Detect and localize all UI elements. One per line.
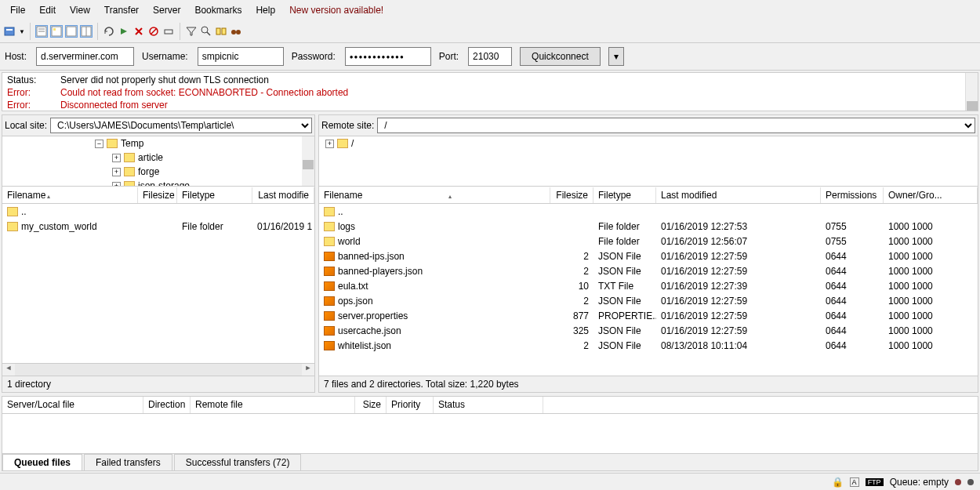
toggle-split-icon[interactable] (80, 25, 93, 38)
key-icon[interactable]: A (850, 477, 859, 487)
tree-expand-icon[interactable]: + (112, 168, 121, 176)
local-file-list[interactable]: .. my_custom_world File folder 01/16/201… (2, 204, 314, 363)
col-status[interactable]: Status (434, 397, 543, 413)
lock-icon[interactable]: 🔒 (832, 477, 844, 488)
menu-bookmarks[interactable]: Bookmarks (188, 2, 248, 18)
tree-node[interactable]: article (138, 152, 163, 163)
menu-server[interactable]: Server (147, 2, 187, 18)
remote-tree[interactable]: +/ (319, 136, 978, 187)
quickconnect-history-dropdown[interactable]: ▾ (608, 47, 624, 66)
file-icon (324, 281, 335, 291)
col-remote-file[interactable]: Remote file (191, 397, 355, 413)
host-input[interactable] (36, 47, 134, 66)
tree-node[interactable]: / (351, 138, 354, 149)
log-label: Status: (4, 74, 56, 85)
menu-view[interactable]: View (64, 2, 96, 18)
col-permissions[interactable]: Permissions (821, 187, 884, 203)
list-item[interactable]: ops.json2JSON File01/16/2019 12:27:59064… (319, 293, 978, 308)
svg-rect-0 (5, 27, 14, 35)
cancel-icon[interactable] (132, 25, 145, 38)
col-filename[interactable]: Filename▴ (2, 187, 138, 203)
local-path-bar: Local site: C:\Users\JAMES\Documents\Tem… (2, 115, 314, 136)
remote-pane: Remote site: / +/ Filename▴ Filesize Fil… (318, 114, 978, 393)
compare-icon[interactable] (215, 25, 227, 38)
list-item[interactable]: server.properties877PROPERTIE...01/16/20… (319, 308, 978, 323)
tree-scrollbar[interactable] (302, 136, 314, 186)
disconnect-icon[interactable] (147, 25, 160, 38)
toggle-log-icon[interactable] (35, 25, 48, 38)
col-filesize[interactable]: Filesize (138, 187, 177, 203)
list-item[interactable]: .. (2, 204, 314, 219)
remote-file-list[interactable]: ..logsFile folder01/16/2019 12:27:530755… (319, 204, 978, 376)
list-item[interactable]: my_custom_world File folder 01/16/2019 1 (2, 219, 314, 234)
list-item[interactable]: eula.txt10TXT File01/16/2019 12:27:39064… (319, 278, 978, 293)
tree-collapse-icon[interactable]: − (95, 140, 103, 148)
remote-path-bar: Remote site: / (319, 115, 978, 136)
indicator-icon (955, 479, 961, 485)
file-icon (324, 296, 335, 306)
tab-failed-transfers[interactable]: Failed transfers (84, 454, 172, 470)
tab-successful-transfers[interactable]: Successful transfers (72) (174, 454, 302, 470)
svg-rect-7 (67, 27, 76, 36)
col-lastmodified[interactable]: Last modified (656, 187, 821, 203)
col-direction[interactable]: Direction (143, 397, 191, 413)
list-item[interactable]: worldFile folder01/16/2019 12:56:0707551… (319, 234, 978, 249)
message-log[interactable]: Status:Server did not properly shut down… (2, 72, 978, 111)
ftp-icon[interactable]: FTP (866, 478, 884, 486)
list-item[interactable]: whitelist.json2JSON File08/13/2018 10:11… (319, 338, 978, 353)
col-filetype[interactable]: Filetype (593, 187, 656, 203)
binoculars-icon[interactable] (230, 25, 242, 38)
filter-icon[interactable] (185, 25, 198, 38)
log-text: Could not read from socket: ECONNABORTED… (57, 87, 976, 98)
local-tree[interactable]: −Temp +article +forge +json-storage (2, 136, 314, 187)
menu-edit[interactable]: Edit (33, 2, 62, 18)
col-size[interactable]: Size (355, 397, 387, 413)
log-scrollbar[interactable] (965, 73, 978, 111)
log-text: Server did not properly shut down TLS co… (57, 74, 976, 85)
list-item[interactable]: banned-players.json2JSON File01/16/2019 … (319, 263, 978, 278)
remote-path-input[interactable]: / (377, 118, 975, 133)
quickconnect-button[interactable]: Quickconnect (520, 47, 601, 66)
tree-node[interactable]: json-storage (138, 180, 190, 187)
local-list-header: Filename▴ Filesize Filetype Last modifie (2, 187, 314, 204)
refresh-icon[interactable] (103, 25, 115, 38)
site-manager-icon[interactable] (4, 25, 16, 38)
file-icon (324, 341, 335, 350)
reconnect-icon[interactable] (162, 25, 175, 38)
list-item[interactable]: logsFile folder01/16/2019 12:27:53075510… (319, 219, 978, 234)
menu-file[interactable]: File (4, 2, 31, 18)
tree-node[interactable]: Temp (121, 138, 143, 149)
toggle-tree-icon[interactable] (50, 25, 63, 38)
menu-transfer[interactable]: Transfer (98, 2, 145, 18)
menu-help[interactable]: Help (249, 2, 281, 18)
queue-header: Server/Local file Direction Remote file … (2, 397, 978, 414)
local-hscrollbar[interactable]: ◄► (2, 363, 314, 376)
local-path-input[interactable]: C:\Users\JAMES\Documents\Temp\article\ (50, 118, 312, 133)
col-filename[interactable]: Filename▴ (319, 187, 550, 203)
col-owner[interactable]: Owner/Gro... (884, 187, 978, 203)
password-input[interactable] (345, 47, 431, 66)
tree-expand-icon[interactable]: + (112, 182, 121, 187)
queue-list[interactable] (2, 414, 978, 453)
col-lastmodified[interactable]: Last modifie (252, 187, 314, 203)
menu-new-version[interactable]: New version available! (283, 2, 390, 18)
list-item[interactable]: .. (319, 204, 978, 219)
col-filesize[interactable]: Filesize (550, 187, 593, 203)
toggle-queue-icon[interactable] (65, 25, 78, 38)
tree-expand-icon[interactable]: + (112, 154, 121, 162)
tree-node[interactable]: forge (138, 166, 159, 177)
list-item[interactable]: usercache.json325JSON File01/16/2019 12:… (319, 323, 978, 338)
username-input[interactable] (198, 47, 284, 66)
col-priority[interactable]: Priority (387, 397, 434, 413)
tree-expand-icon[interactable]: + (325, 140, 334, 148)
list-item[interactable]: banned-ips.json2JSON File01/16/2019 12:2… (319, 249, 978, 263)
search-icon[interactable] (200, 25, 212, 38)
process-queue-icon[interactable] (118, 25, 130, 38)
col-filetype[interactable]: Filetype (177, 187, 252, 203)
transfer-queue: Server/Local file Direction Remote file … (2, 396, 978, 471)
col-server-local[interactable]: Server/Local file (2, 397, 143, 413)
tab-queued-files[interactable]: Queued files (2, 454, 82, 470)
queue-status: Queue: empty (890, 477, 949, 488)
site-dropdown-icon[interactable]: ▼ (19, 28, 25, 35)
port-input[interactable] (468, 47, 512, 66)
